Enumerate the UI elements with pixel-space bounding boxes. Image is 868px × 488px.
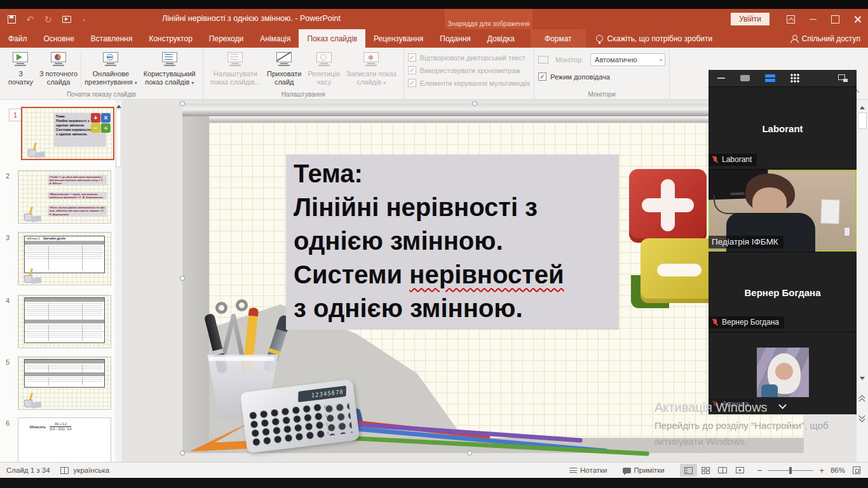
tab-design[interactable]: Конструктор: [140, 29, 200, 48]
zoom-percentage[interactable]: 86%: [831, 466, 845, 474]
close-icon[interactable]: [853, 15, 862, 24]
tab-file[interactable]: Файл: [0, 29, 36, 48]
table-divider: [25, 331, 105, 332]
setup-show-icon: [226, 51, 245, 69]
slide-sorter-button[interactable]: [697, 464, 714, 477]
start-slideshow-icon[interactable]: [62, 16, 71, 23]
slide-counter: Слайд 1 з 34: [6, 466, 50, 474]
slide-scrollbar[interactable]: [857, 100, 868, 462]
save-icon[interactable]: [8, 15, 16, 24]
baby-face-graphic: [775, 363, 793, 380]
tab-animations[interactable]: Анімація: [252, 29, 299, 48]
participant-tile-angela[interactable]: Анжела: [709, 332, 857, 414]
minimize-icon[interactable]: [809, 15, 817, 24]
minus-tile: −: [91, 123, 100, 133]
tell-me-box[interactable]: Скажіть, що потрібно зробити: [596, 29, 713, 48]
slide-title-line: з однією змінною.: [294, 292, 619, 325]
tab-help[interactable]: Довідка: [479, 29, 523, 48]
grid-view-icon[interactable]: [790, 74, 799, 83]
tab-view[interactable]: Подання: [431, 29, 478, 48]
collapse-panel-button[interactable]: [771, 402, 794, 413]
notes-button[interactable]: Нотатки: [580, 466, 607, 474]
from-beginning-button[interactable]: З початку: [5, 50, 36, 88]
zoom-slider[interactable]: [768, 470, 813, 471]
checkbox-presenter-view[interactable]: ✓ Режим доповідача: [538, 72, 610, 81]
thumbnail-slide-6[interactable]: Обчисліть 3⅙ + 1,2 (4,6 − 3/12) · 0,4: [18, 417, 111, 462]
redo-icon[interactable]: ↻: [44, 15, 53, 24]
group-monitors: Монітор: Автоматично ▾ ✓ Режим доповідач…: [534, 48, 670, 99]
selection-handle[interactable]: [472, 101, 477, 106]
hide-slide-button[interactable]: Приховати слайд: [264, 50, 304, 88]
window-title: Лінійні нерівності з однією змінною. - P…: [162, 14, 341, 23]
scrollbar-thumb[interactable]: [858, 112, 867, 129]
tab-format[interactable]: Формат: [531, 29, 586, 48]
scroll-up-icon[interactable]: [116, 102, 121, 108]
language-indicator[interactable]: українська: [74, 466, 110, 474]
comments-button[interactable]: Примітки: [634, 466, 665, 474]
scrollbar-thumb[interactable]: [116, 109, 121, 167]
spellcheck-icon[interactable]: [60, 467, 69, 474]
tab-transitions[interactable]: Переходи: [201, 29, 252, 48]
monitor-icon: [538, 56, 548, 64]
wall-paper-graphic: [821, 200, 839, 224]
present-online-icon: [101, 51, 120, 69]
light-switch-graphic: [844, 227, 850, 236]
thumbnail-slide-4[interactable]: [18, 295, 111, 348]
reading-view-icon: [718, 467, 727, 473]
minimize-video-icon[interactable]: [717, 78, 725, 79]
gallery-view-icon[interactable]: [765, 74, 775, 82]
zoom-in-button[interactable]: +: [819, 466, 824, 475]
tab-slideshow[interactable]: Показ слайдів: [299, 29, 365, 48]
tab-review[interactable]: Рецензування: [365, 29, 431, 48]
selection-handle[interactable]: [180, 451, 185, 456]
thumbnail-slide-2[interactable]: «ГенІй — це один відсоток натхнення і де…: [18, 170, 111, 224]
button-label: слайд: [275, 78, 294, 86]
selection-handle[interactable]: [467, 451, 472, 456]
slideshow-view-button[interactable]: [731, 464, 749, 477]
selection-handle[interactable]: [180, 101, 185, 106]
button-label: презентування ▾: [85, 78, 137, 86]
zoom-out-button[interactable]: −: [757, 466, 763, 475]
next-slide-icon[interactable]: [860, 414, 865, 421]
customize-qat-icon[interactable]: ⌄: [81, 16, 86, 22]
thumbnail-slide-5[interactable]: [18, 356, 111, 410]
thumbnail-slide-3[interactable]: таблиця 2. Звичайні дроби: [18, 232, 111, 285]
tab-insert[interactable]: Вставлення: [83, 29, 141, 48]
sign-in-button[interactable]: Увійти: [731, 13, 770, 25]
tab-home[interactable]: Основне: [36, 29, 83, 48]
thumbnail-number: 6: [6, 419, 10, 427]
ribbon-display-options-icon[interactable]: [787, 15, 795, 24]
participant-tile-laborant[interactable]: Laborant Laborant: [709, 86, 857, 169]
present-online-button[interactable]: Онлайнове презентування ▾: [81, 50, 140, 88]
maximize-icon[interactable]: [831, 15, 839, 24]
thumbnails-scrollbar[interactable]: [115, 100, 122, 462]
selection-handle[interactable]: [180, 276, 185, 281]
exit-minimized-video-icon[interactable]: [838, 74, 848, 82]
zoom-slider-thumb[interactable]: [789, 467, 792, 474]
participant-tile-verner[interactable]: Вернер Богдана Вернер Богдана: [709, 252, 857, 332]
share-button[interactable]: Спільний доступ: [790, 29, 860, 48]
speaker-view-icon[interactable]: [740, 75, 750, 81]
button-label: Репетиція: [308, 70, 340, 78]
from-current-slide-button[interactable]: З поточного слайда: [36, 50, 81, 88]
scroll-down-icon[interactable]: [860, 377, 865, 383]
button-label: Записати показ: [346, 70, 397, 78]
participant-tile-video[interactable]: Педіатрія ІФБМК: [709, 169, 857, 252]
scroll-up-icon[interactable]: [860, 104, 865, 109]
undo-icon[interactable]: ↶: [26, 15, 34, 24]
table-text-lines: [27, 333, 103, 338]
table-text-lines: [27, 303, 103, 308]
button-label: З: [18, 70, 23, 78]
mini-quote-3: «Поле застосування математики не має меж…: [48, 205, 107, 217]
custom-slideshow-button[interactable]: Користувацький показ слайдів ▾: [140, 50, 199, 88]
normal-view-button[interactable]: [680, 464, 697, 477]
slide-title-textbox[interactable]: Тема: Лінійні нерівності з однією змінно…: [286, 154, 619, 330]
fit-to-window-icon[interactable]: [853, 466, 860, 474]
table-header-band: [25, 298, 105, 302]
thumbnail-slide-1[interactable]: Тема: Лінійні нерівності з однією змінно…: [21, 107, 114, 160]
button-label: З поточного: [39, 70, 78, 78]
table-text-lines: [27, 377, 103, 383]
hide-slide-icon: [275, 51, 294, 69]
previous-slide-icon[interactable]: [860, 396, 865, 403]
reading-view-button[interactable]: [714, 464, 731, 477]
